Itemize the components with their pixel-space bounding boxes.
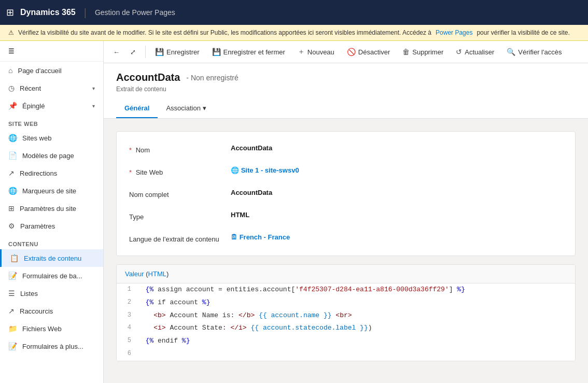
line-content: <b> Account Name is: </b> {{ account.nam… [137,309,575,322]
trash-icon: 🗑 [402,48,410,56]
back-button[interactable]: ← [110,45,123,59]
warning-text: Vérifiez la visibilité du site avant de … [18,29,431,36]
sidebar-item-label: Épinglé [22,102,45,110]
sidebar-item-label: Sites web [22,134,51,142]
save-icon: 💾 [155,48,164,56]
refresh-button[interactable]: ↺ Actualiser [451,45,499,59]
line-content: {% assign account = entities.account['f4… [137,283,575,296]
sidebar-item-fichiers-web[interactable]: 📁 Fichiers Web [0,320,103,337]
sidebar-item-label: Fichiers Web [22,325,62,333]
field-nom-complet-value[interactable]: AccountData [231,189,563,196]
record-title: AccountData [116,72,180,83]
new-button[interactable]: ＋ Nouveau [292,44,340,60]
sidebar-item-label: Listes [20,290,38,297]
sidebar-item-marqueurs[interactable]: 🌐 Marqueurs de site [0,182,103,200]
sidebar-item-accueil[interactable]: ⌂ Page d'accueil [0,62,103,79]
sidebar-item-redirections[interactable]: ↗ Redirections [0,164,103,182]
tab-general-label: Général [124,104,149,112]
chevron-down-icon: ▾ [92,103,95,109]
grid-icon: ⊞ [8,204,15,212]
field-type-value[interactable]: HTML [231,211,563,219]
deactivate-label: Désactiver [358,48,390,56]
breadcrumb: Extrait de contenu [116,86,576,93]
sidebar-item-label: Récent [20,84,41,92]
separator: | [84,7,87,19]
globe-icon: 🌐 [8,134,17,142]
line-content: <i> Account State: </i> {{ account.state… [137,322,575,335]
save-close-icon: 💾 [212,48,221,56]
line-number: 5 [117,335,137,347]
plus-icon: ＋ [298,47,305,56]
code-line-3: 3 <b> Account Name is: </b> {{ account.n… [117,309,575,322]
sidebar-item-sites-web[interactable]: 🌐 Sites web [0,129,103,147]
line-content: {% endif %} [137,335,575,348]
deactivate-button[interactable]: 🚫 Désactiver [342,45,395,59]
grid-icon[interactable]: ⊞ [6,7,14,18]
expand-icon: ⤢ [130,48,136,56]
marker-icon: 🌐 [8,187,17,195]
save-close-label: Enregistrer et fermer [223,48,285,56]
field-nom-value[interactable]: AccountData [231,144,563,152]
power-pages-link[interactable]: Power Pages [436,29,472,36]
code-line-4: 4 <i> Account State: </i> {{ account.sta… [117,322,575,335]
tab-general[interactable]: Général [116,99,158,118]
verify-icon: 🔍 [507,48,515,56]
field-type: Type HTML [129,211,563,221]
globe-icon: 🌐 [231,166,241,174]
sidebar: ☰ ⌂ Page d'accueil ◷ Récent ▾ 📌 Épinglé … [0,41,104,383]
sidebar-item-parametres-site[interactable]: ⊞ Paramètres du site [0,200,103,217]
file-icon: 📁 [8,324,17,333]
toolbar-separator [145,46,146,58]
sidebar-item-label: Marqueurs de site [22,187,76,195]
required-marker: * [129,168,132,176]
sidebar-item-formulaires-ba[interactable]: 📝 Formulaires de ba... [0,267,103,285]
field-site-web-label: * Site Web [129,166,222,176]
main-layout: ☰ ⌂ Page d'accueil ◷ Récent ▾ 📌 Épinglé … [0,41,588,383]
langue-link[interactable]: 🗓 French - France [231,233,290,241]
field-nom-complet: Nom complet AccountData [129,189,563,198]
line-content: {% if account %} [137,296,575,309]
warning-text2: pour vérifier la visibilité de ce site. [477,29,569,36]
code-line-6: 6 [117,348,575,361]
snippet-icon: 📋 [10,254,19,262]
home-icon: ⌂ [8,66,12,75]
sidebar-item-label: Formulaires de ba... [22,272,82,280]
sidebar-item-epingle[interactable]: 📌 Épinglé ▾ [0,97,103,115]
sidebar-item-formulaires-plus[interactable]: 📝 Formulaires à plus... [0,337,103,355]
field-langue: Langue de l'extrait de contenu 🗓 French … [129,233,563,243]
page-icon: 📄 [8,151,17,160]
refresh-label: Actualiser [465,48,494,56]
sidebar-item-modeles-page[interactable]: 📄 Modèles de page [0,147,103,164]
site-web-link[interactable]: 🌐 Site 1 - site-swsv0 [231,166,299,174]
hamburger-menu[interactable]: ☰ [0,41,103,62]
chevron-down-icon: ▾ [203,104,206,112]
chevron-down-icon: ▾ [92,86,95,91]
new-label: Nouveau [307,48,334,56]
tab-association[interactable]: Association ▾ [158,99,214,118]
save-button[interactable]: 💾 Enregistrer [150,45,205,59]
sidebar-item-raccourcis[interactable]: ↗ Raccourcis [0,302,103,320]
content-area: ← ⤢ 💾 Enregistrer 💾 Enregistrer et ferme… [104,41,588,383]
form-header: AccountData - Non enregistré Extrait de … [104,63,588,119]
form-body: * Nom AccountData * Site Web [104,119,588,374]
code-editor[interactable]: 1 {% assign account = entities.account['… [117,283,575,361]
sidebar-item-recent[interactable]: ◷ Récent ▾ [0,79,103,97]
verify-button[interactable]: 🔍 Vérifier l'accès [501,45,567,59]
sidebar-item-extraits[interactable]: 📋 Extraits de contenu [0,249,103,267]
sidebar-item-label: Page d'accueil [18,67,61,75]
line-number: 2 [117,296,137,308]
pin-icon: 📌 [8,102,17,110]
save-close-button[interactable]: 💾 Enregistrer et fermer [207,45,290,59]
code-section-header: Valeur (HTML) [117,265,575,283]
shortcut-icon: ↗ [8,307,15,315]
required-marker: * [129,146,132,154]
back-icon: ← [113,48,120,56]
delete-button[interactable]: 🗑 Supprimer [397,45,449,59]
refresh-icon: ↺ [456,48,462,56]
valeur-label: Valeur [125,270,144,278]
form-tabs: Général Association ▾ [116,99,576,118]
sidebar-item-parametres[interactable]: ⚙ Paramètres [0,217,103,235]
status-badge: - Non enregistré [186,74,238,82]
sidebar-item-listes[interactable]: ☰ Listes [0,285,103,302]
expand-button[interactable]: ⤢ [125,45,141,59]
